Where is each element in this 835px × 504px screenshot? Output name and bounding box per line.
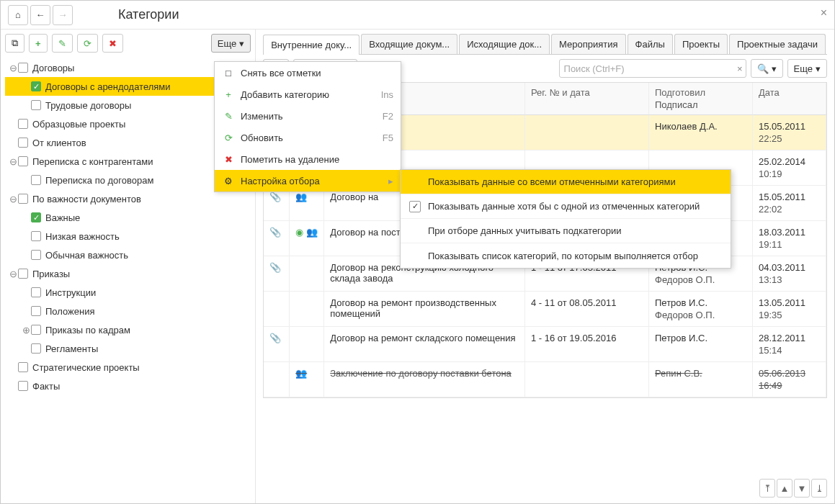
cell: Договор на ремонт складского помещения [324, 327, 525, 361]
tree-item[interactable]: Стратегические проекты [5, 358, 251, 377]
expander-icon[interactable] [21, 250, 31, 261]
checkbox[interactable] [31, 231, 41, 241]
expander-icon[interactable]: ⊖ [8, 194, 18, 204]
cell: Репин С.В. [649, 362, 753, 397]
tree-item[interactable]: Низкая важность [5, 227, 251, 246]
cell: Петров И.С. [649, 327, 753, 361]
checkbox[interactable] [31, 100, 41, 110]
checkbox[interactable] [31, 325, 41, 335]
checkbox[interactable] [18, 119, 28, 129]
tree-item[interactable]: Положения [5, 302, 251, 320]
table-row[interactable]: 👥Заключение по договору поставки бетонаР… [264, 362, 826, 397]
tree-item[interactable]: Обычная важность [5, 246, 251, 264]
checkbox[interactable] [18, 156, 28, 166]
checkbox[interactable] [31, 175, 41, 185]
expander-icon[interactable] [21, 231, 31, 242]
more-button-right[interactable]: Еще ▾ [787, 59, 827, 78]
checkbox[interactable] [18, 138, 28, 148]
menu-item[interactable]: ✎ИзменитьF2 [215, 105, 401, 127]
menu-label: Пометить на удаление [241, 154, 339, 165]
checkbox[interactable] [31, 306, 41, 316]
expander-icon[interactable] [21, 343, 31, 354]
tree-item[interactable]: ⊕Приказы по кадрам [5, 320, 251, 339]
expander-icon[interactable]: ⊖ [8, 156, 18, 167]
submenu-item[interactable]: Показывать список категорий, по которым … [401, 243, 731, 268]
tree-item[interactable]: ✓Важные [5, 208, 251, 227]
clear-search-icon[interactable]: × [737, 63, 743, 74]
checkbox[interactable]: ✓ [31, 212, 41, 222]
tab[interactable]: Проектные задачи [729, 34, 826, 54]
tree-label: Стратегические проекты [32, 362, 140, 373]
scroll-button[interactable]: ▲ [777, 479, 792, 498]
back-button[interactable]: ← [30, 5, 50, 25]
cell [290, 256, 324, 291]
delete-button[interactable]: ✖ [102, 34, 123, 53]
tab[interactable]: Проекты [674, 34, 728, 54]
expander-icon[interactable] [21, 81, 31, 92]
expander-icon[interactable] [21, 287, 31, 298]
scroll-button[interactable]: ⤒ [759, 479, 775, 498]
menu-item[interactable]: ✖Пометить на удаление [215, 148, 401, 170]
expander-icon[interactable] [8, 362, 18, 373]
home-button[interactable]: ⌂ [8, 5, 28, 25]
cell: 📎 [264, 256, 290, 291]
expander-icon[interactable] [21, 175, 31, 186]
checkbox[interactable] [18, 269, 28, 279]
tab[interactable]: Файлы [628, 34, 673, 54]
tab[interactable]: Внутренние доку... [263, 35, 360, 55]
menu-item[interactable]: +Добавить категориюIns [215, 84, 401, 105]
more-button[interactable]: Еще ▾ [211, 34, 251, 53]
checkbox[interactable] [18, 362, 28, 372]
checkbox[interactable] [31, 287, 41, 297]
menu-icon: ✖ [222, 154, 235, 165]
submenu-item[interactable]: ✓Показывать данные хотя бы с одной из от… [401, 194, 731, 219]
search-input[interactable]: Поиск (Ctrl+F) × [559, 59, 746, 78]
refresh-button[interactable]: ⟳ [77, 34, 98, 53]
checkbox[interactable] [18, 381, 28, 391]
expander-icon[interactable] [21, 100, 31, 111]
table-row[interactable]: Договор на ремонт производственных помещ… [264, 292, 826, 327]
tree-item[interactable]: Факты [5, 377, 251, 395]
menu-item[interactable]: ⟳ОбновитьF5 [215, 127, 401, 148]
table-row[interactable]: 📎Договор на ремонт складского помещения1… [264, 327, 826, 362]
checkbox[interactable]: ✓ [409, 201, 421, 212]
menu-item[interactable]: □Снять все отметки [215, 62, 401, 84]
scroll-button[interactable]: ▼ [794, 479, 810, 498]
expander-icon[interactable]: ⊖ [8, 63, 18, 73]
tab[interactable]: Исходящие док... [459, 34, 550, 54]
add-button[interactable]: + [29, 34, 48, 53]
expander-icon[interactable]: ⊖ [8, 269, 18, 279]
col-reg[interactable]: Рег. № и дата [525, 83, 649, 115]
tree-item[interactable]: ⊖Приказы [5, 264, 251, 283]
menu-icon: + [222, 89, 235, 100]
checkbox[interactable] [31, 250, 41, 260]
expander-icon[interactable] [21, 306, 31, 317]
forward-button: → [53, 5, 73, 25]
edit-button[interactable]: ✎ [52, 34, 73, 53]
search-button[interactable]: 🔍 ▾ [751, 59, 783, 78]
expander-icon[interactable]: ⊕ [21, 325, 31, 336]
cell: 15.05.201122:02 [753, 186, 826, 220]
close-icon[interactable]: × [821, 6, 827, 19]
col-date[interactable]: Дата [753, 83, 826, 115]
submenu-item[interactable]: Показывать данные со всеми отмеченными к… [401, 170, 731, 194]
menu-item[interactable]: ⚙Настройка отбора▸ [215, 170, 401, 192]
tree-item[interactable]: Инструкции [5, 283, 251, 302]
menu-shortcut: F2 [383, 111, 393, 122]
scroll-button[interactable]: ⤓ [811, 479, 827, 498]
checkbox[interactable] [18, 194, 28, 204]
col-who[interactable]: Подготовил Подписал [649, 83, 753, 115]
checkbox[interactable]: ✓ [31, 81, 41, 91]
expander-icon[interactable] [8, 381, 18, 392]
expander-icon[interactable] [8, 119, 18, 130]
tab[interactable]: Входящие докум... [361, 34, 457, 54]
checkbox[interactable] [18, 63, 28, 73]
checkbox[interactable] [31, 343, 41, 354]
expander-icon[interactable] [8, 138, 18, 148]
submenu-item[interactable]: При отборе данных учитывать подкатегории [401, 219, 731, 243]
copy-button[interactable]: ⧉ [5, 34, 24, 53]
tree-label: Низкая важность [45, 231, 120, 242]
tree-item[interactable]: Регламенты [5, 339, 251, 358]
tab[interactable]: Мероприятия [551, 34, 626, 54]
expander-icon[interactable] [21, 212, 31, 223]
